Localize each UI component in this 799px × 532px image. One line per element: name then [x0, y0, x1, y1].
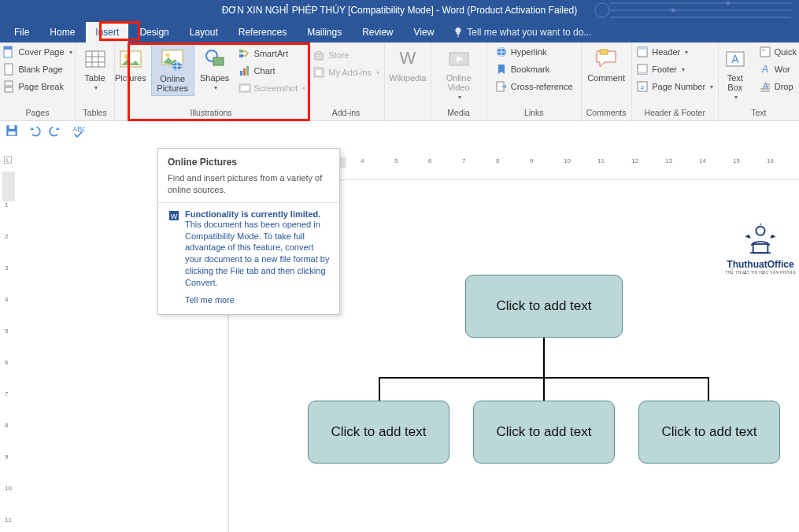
vruler-tick: 11 [5, 516, 12, 523]
svg-point-1 [671, 9, 675, 12]
wordart-icon: A [759, 63, 771, 76]
decorative-lines [586, 0, 791, 20]
table-button[interactable]: Table [78, 44, 113, 94]
smartart-top-node[interactable]: Click to add text [465, 275, 623, 338]
online-pictures-tooltip: Online Pictures Find and insert pictures… [157, 148, 340, 315]
spellcheck-button[interactable]: ABC [71, 124, 85, 138]
tooltip-body: Find and insert pictures from a variety … [168, 172, 330, 196]
smartart-icon [239, 47, 251, 60]
vertical-ruler[interactable]: 123456789101112 [0, 172, 17, 532]
svg-rect-44 [9, 131, 16, 135]
group-label-links: Links [492, 106, 576, 120]
tab-references[interactable]: References [229, 22, 296, 42]
header-icon [636, 46, 649, 58]
shapes-button[interactable]: Shapes [198, 44, 232, 94]
group-label-headerfooter: Header & Footer [637, 106, 713, 120]
chart-icon [239, 65, 251, 77]
group-links: Hyperlink Bookmark Cross-reference Links [487, 42, 582, 120]
workspace: L 2112345678910111213141516 123456789101… [0, 140, 799, 532]
tab-insert[interactable]: Insert [86, 22, 128, 42]
svg-rect-22 [241, 86, 249, 91]
group-media: Online Video Media [431, 42, 487, 120]
hyperlink-button[interactable]: Hyperlink [492, 44, 576, 60]
tab-home[interactable]: Home [40, 22, 84, 42]
group-tables: Table Tables [76, 42, 115, 120]
online-pictures-button[interactable]: Online Pictures [151, 44, 194, 96]
smartart-child-3[interactable]: Click to add text [638, 401, 780, 464]
pictures-button[interactable]: Pictures [113, 44, 148, 85]
vruler-tick: 1 [5, 201, 8, 209]
svg-rect-39 [762, 49, 765, 51]
quick-parts-icon [759, 46, 771, 58]
blank-page-icon [2, 63, 15, 76]
undo-button[interactable] [27, 124, 41, 138]
vruler-tick: 5 [5, 327, 8, 334]
hruler-tick: 8 [496, 157, 499, 164]
hruler-tick: 12 [631, 157, 638, 164]
header-button[interactable]: Header [633, 44, 716, 60]
tooltip-warn-body: This document has been opened in Compati… [185, 219, 330, 289]
drop-cap-icon: A [759, 80, 771, 93]
tooltip-warn-title: Functionality is currently limited. [185, 209, 330, 219]
smartart-button[interactable]: SmartArt [235, 46, 309, 61]
page-break-button[interactable]: Page Break [0, 79, 76, 94]
blank-page-button[interactable]: Blank Page [0, 61, 76, 77]
smartart-child-2[interactable]: Click to add text [473, 401, 615, 464]
store-icon [313, 49, 325, 61]
wordart-button[interactable]: A Wor [756, 61, 799, 77]
tab-selector[interactable]: L [4, 156, 12, 164]
drop-cap-button[interactable]: A Drop [756, 79, 799, 94]
svg-text:#: # [641, 84, 645, 91]
save-button[interactable] [5, 124, 19, 138]
chart-button[interactable]: Chart [235, 63, 309, 79]
group-label-media: Media [436, 106, 482, 120]
wikipedia-button: W Wikipedia [386, 44, 430, 85]
page-number-icon: # [636, 80, 649, 93]
hruler-tick: 16 [767, 157, 774, 164]
page-number-button[interactable]: # Page Number [633, 79, 716, 94]
quick-parts-button[interactable]: Quick [756, 44, 799, 60]
comment-icon [594, 46, 619, 72]
svg-point-0 [595, 3, 609, 17]
tell-me-more-link[interactable]: Tell me more [185, 295, 330, 305]
vruler-tick: 8 [5, 422, 8, 429]
svg-rect-20 [246, 66, 249, 76]
tab-file[interactable]: File [5, 22, 39, 42]
page-break-icon [2, 80, 15, 93]
text-box-button[interactable]: A Text Box [718, 44, 753, 103]
footer-button[interactable]: Footer [633, 61, 716, 77]
svg-text:W: W [399, 48, 416, 68]
svg-point-48 [756, 227, 764, 235]
svg-rect-38 [760, 47, 770, 57]
pictures-icon [118, 46, 143, 72]
tab-design[interactable]: Design [130, 22, 178, 42]
cross-reference-button[interactable]: Cross-reference [492, 79, 576, 94]
vruler-tick: 9 [5, 453, 8, 460]
bookmark-button[interactable]: Bookmark [492, 61, 576, 77]
smartart-child-1[interactable]: Click to add text [308, 401, 449, 464]
hruler-tick: 5 [394, 157, 398, 164]
svg-rect-29 [600, 50, 608, 54]
redo-button[interactable] [49, 124, 63, 138]
tell-me-search[interactable]: Tell me what you want to do... [445, 22, 794, 42]
svg-rect-15 [213, 57, 224, 65]
svg-text:A: A [731, 53, 739, 65]
addins-icon [313, 66, 325, 79]
cover-page-button[interactable]: Cover Page [0, 44, 76, 60]
svg-rect-31 [638, 47, 647, 50]
tab-mailings[interactable]: Mailings [298, 22, 351, 42]
hruler-tick: 15 [733, 157, 740, 164]
svg-rect-33 [638, 72, 647, 74]
svg-rect-43 [9, 125, 15, 129]
tab-review[interactable]: Review [353, 22, 402, 42]
store-button: Store [309, 47, 382, 63]
brand-name: ThuthuatOffice [717, 259, 799, 270]
vruler-tick: 7 [5, 390, 8, 397]
hruler-tick: 4 [361, 157, 364, 164]
comment-button[interactable]: Comment [584, 44, 628, 85]
tab-view[interactable]: View [405, 22, 444, 42]
group-comments: Comment Comments [582, 42, 632, 120]
svg-rect-6 [5, 81, 13, 86]
tab-layout[interactable]: Layout [180, 22, 227, 42]
screenshot-button: Screenshot [235, 80, 309, 96]
